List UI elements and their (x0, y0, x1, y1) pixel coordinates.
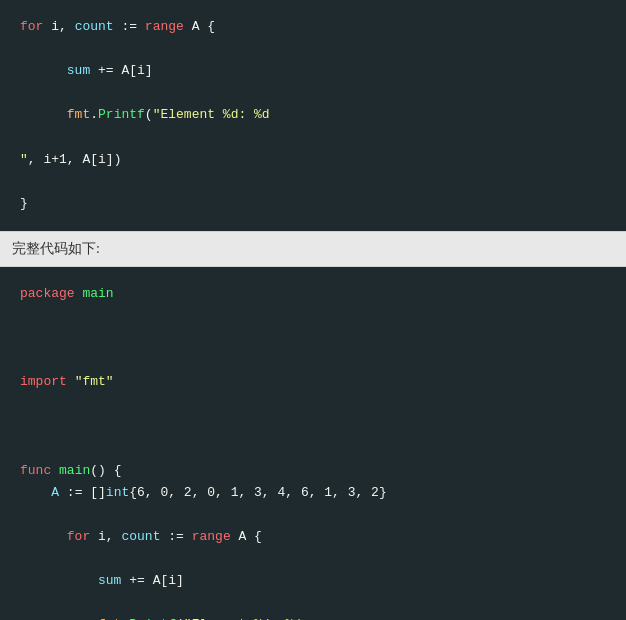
keyword-for2: for (67, 529, 90, 544)
str-format: "Element %d: %d (153, 107, 270, 122)
pkg-main: main (82, 286, 113, 301)
bottom-code-block: package main import "fmt" func main() { … (0, 267, 626, 620)
fn-main: main (59, 463, 90, 478)
keyword-func: func (20, 463, 51, 478)
keyword-package: package (20, 286, 75, 301)
type-int: int (106, 485, 129, 500)
separator: 完整代码如下: (0, 231, 626, 267)
var-count: count (75, 19, 114, 34)
import-fmt: "fmt" (75, 374, 114, 389)
keyword-range: range (145, 19, 184, 34)
top-code-block: for i, count := range A { sum += A[i] fm… (0, 0, 626, 231)
var-a: A (51, 485, 59, 500)
keyword-range2: range (192, 529, 231, 544)
var-sum2: sum (98, 573, 121, 588)
keyword-for: for (20, 19, 43, 34)
separator-text: 完整代码如下: (12, 241, 100, 256)
str-format-cont: " (20, 152, 28, 167)
bottom-code-pre: package main import "fmt" func main() { … (20, 283, 606, 620)
var-count2: count (121, 529, 160, 544)
fn-printf: Printf (98, 107, 145, 122)
pkg-fmt: fmt (67, 107, 90, 122)
var-sum: sum (67, 63, 90, 78)
top-code-pre: for i, count := range A { sum += A[i] fm… (20, 16, 606, 215)
keyword-import: import (20, 374, 67, 389)
